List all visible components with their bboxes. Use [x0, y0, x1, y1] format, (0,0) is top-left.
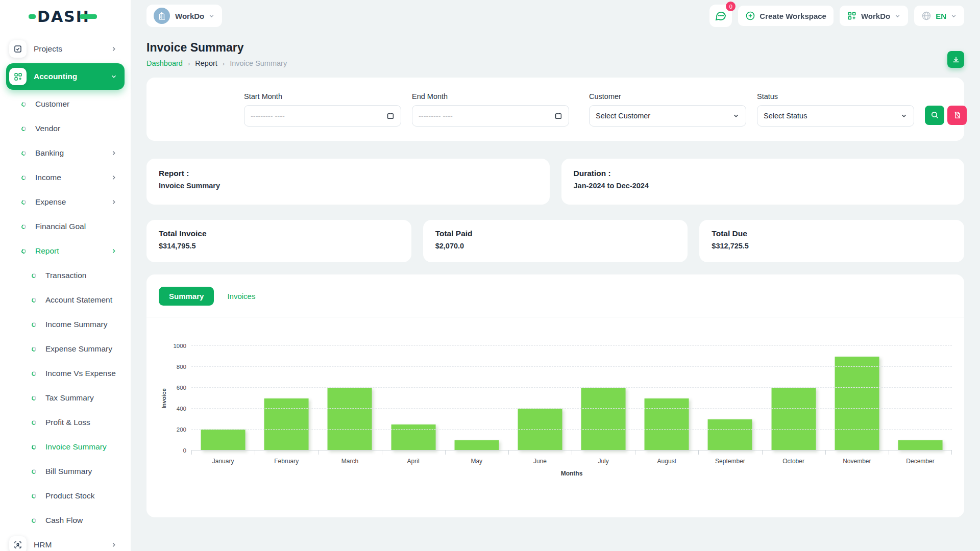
sidebar-item-account-statement[interactable]: Account Statement — [6, 288, 125, 312]
sidebar-item-projects[interactable]: Projects — [6, 37, 125, 61]
sidebar-item-customer[interactable]: Customer — [6, 92, 125, 116]
sidebar-item-report[interactable]: Report — [6, 239, 125, 263]
report-info-card: Report : Invoice Summary — [146, 159, 550, 205]
download-icon — [952, 56, 960, 64]
tab-summary[interactable]: Summary — [159, 287, 214, 306]
duration-value: Jan-2024 to Dec-2024 — [574, 182, 952, 190]
gridline — [191, 387, 952, 388]
bullet-icon — [31, 493, 37, 499]
search-icon — [930, 111, 939, 119]
clear-file-icon — [953, 111, 962, 119]
workspace-switcher[interactable]: WorkDo — [146, 5, 222, 27]
start-month-input[interactable]: --------- ---- — [244, 105, 401, 127]
create-workspace-button[interactable]: Create Workspace — [738, 6, 834, 26]
plus-circle-icon — [745, 11, 755, 21]
sidebar-item-income[interactable]: Income — [6, 165, 125, 190]
logo-dot-icon — [29, 14, 36, 19]
building-icon — [154, 8, 170, 24]
sidebar-item-invoice-summary[interactable]: Invoice Summary — [6, 435, 125, 459]
topbar: WorkDo 0 Create Workspace WorkDo — [131, 0, 980, 32]
chevron-down-icon — [894, 13, 901, 19]
chart-column-april — [382, 346, 445, 450]
gridline — [191, 429, 952, 430]
chevron-right-icon — [110, 198, 117, 206]
chart-column-november — [825, 346, 889, 450]
bullet-icon — [31, 517, 37, 523]
chart-plot-area — [191, 346, 952, 450]
bar-august — [645, 398, 689, 451]
y-axis-title: Invoice — [161, 388, 167, 409]
page-title: Invoice Summary — [146, 41, 964, 55]
sidebar-item-expense-summary[interactable]: Expense Summary — [6, 337, 125, 361]
end-month-field: End Month --------- ---- — [412, 92, 569, 127]
customer-select[interactable]: Select Customer — [589, 105, 746, 127]
download-report-button[interactable] — [947, 51, 964, 68]
y-tick-label: 200 — [177, 427, 186, 433]
report-name: Invoice Summary — [159, 182, 537, 190]
bar-november — [835, 357, 879, 451]
tab-invoices[interactable]: Invoices — [227, 292, 255, 300]
y-tick-label: 1000 — [173, 343, 186, 349]
breadcrumb-dashboard[interactable]: Dashboard — [146, 59, 183, 67]
x-label-september: September — [698, 458, 762, 465]
chevron-down-icon — [732, 112, 740, 119]
end-month-input[interactable]: --------- ---- — [412, 105, 569, 127]
sidebar-item-transaction[interactable]: Transaction — [6, 263, 125, 288]
x-label-may: May — [445, 458, 508, 465]
divider — [146, 317, 964, 317]
bullet-icon — [31, 272, 37, 279]
y-axis-ticks: 02004006008001000 — [169, 346, 191, 450]
gridline — [191, 366, 952, 367]
chevron-down-icon — [208, 13, 215, 19]
bar-january — [201, 430, 246, 450]
status-field: Status Select Status — [757, 92, 914, 127]
gridline — [191, 345, 952, 346]
invoice-bar-chart: Invoice 02004006008001000 — [159, 346, 952, 450]
sidebar-item-tax-summary[interactable]: Tax Summary — [6, 386, 125, 410]
x-tick — [191, 450, 192, 455]
total-due-value: $312,725.5 — [712, 242, 952, 250]
bar-april — [391, 424, 435, 450]
chart-column-june — [508, 346, 572, 450]
sidebar-item-expense[interactable]: Expense — [6, 190, 125, 214]
gridline — [191, 408, 952, 409]
sidebar-item-banking[interactable]: Banking — [6, 141, 125, 165]
breadcrumb-report[interactable]: Report — [195, 59, 217, 67]
report-tabs: Summary Invoices — [159, 287, 952, 306]
language-code: EN — [936, 12, 946, 20]
logo-dash-icon — [80, 14, 97, 19]
workspace-menu-button[interactable]: WorkDo — [840, 6, 908, 26]
sidebar-item-income-summary[interactable]: Income Summary — [6, 312, 125, 337]
messages-badge: 0 — [726, 2, 736, 11]
reset-filter-button[interactable] — [947, 106, 967, 125]
messages-button[interactable]: 0 — [709, 5, 732, 27]
x-tick — [889, 450, 889, 455]
bullet-icon — [21, 101, 27, 107]
total-paid-card: Total Paid $2,070.0 — [423, 220, 688, 262]
chart-column-may — [445, 346, 508, 450]
sidebar-item-bill-summary[interactable]: Bill Summary — [6, 459, 125, 484]
x-tick — [762, 450, 763, 455]
app-logo[interactable]: DASH — [0, 0, 131, 33]
language-menu-button[interactable]: EN — [914, 6, 964, 26]
x-tick — [382, 450, 382, 455]
sidebar: DASH ProjectsAccountingCustomerVendorBan… — [0, 0, 131, 551]
chart-column-august — [635, 346, 698, 450]
status-select[interactable]: Select Status — [757, 105, 914, 127]
sidebar-item-profit-loss[interactable]: Profit & Loss — [6, 410, 125, 435]
breadcrumb: Dashboard › Report › Invoice Summary — [146, 59, 964, 67]
apply-filter-button[interactable] — [925, 106, 944, 125]
sidebar-item-product-stock[interactable]: Product Stock — [6, 484, 125, 508]
bullet-icon — [21, 199, 27, 205]
bar-october — [771, 388, 816, 450]
sidebar-item-income-vs-expense[interactable]: Income Vs Expense — [6, 361, 125, 386]
sidebar-item-accounting[interactable]: Accounting — [6, 63, 125, 90]
sidebar-item-vendor[interactable]: Vendor — [6, 116, 125, 141]
bullet-icon — [31, 468, 37, 474]
chevron-down-icon — [110, 73, 117, 80]
sidebar-item-cash-flow[interactable]: Cash Flow — [6, 508, 125, 533]
sidebar-item-financial-goal[interactable]: Financial Goal — [6, 214, 125, 239]
chevron-right-icon — [110, 247, 117, 255]
sidebar-item-hrm[interactable]: HRM — [6, 533, 125, 551]
sidebar-nav: ProjectsAccountingCustomerVendorBankingI… — [0, 33, 131, 551]
